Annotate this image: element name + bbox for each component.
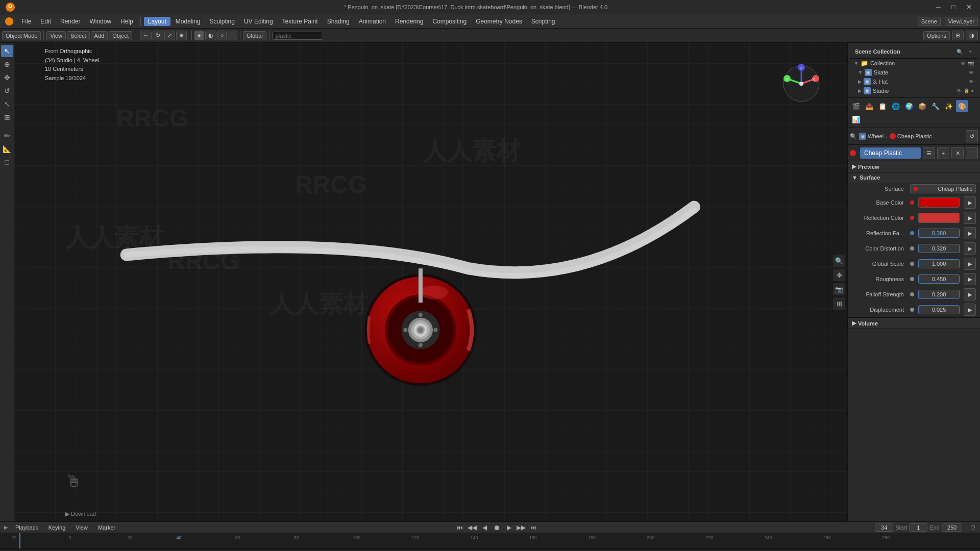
shading-toggle[interactable]: ◑ [966,31,978,40]
rotate-icon[interactable]: ↺ [1,85,13,97]
current-frame-input[interactable] [875,523,893,532]
camera-view-icon[interactable]: 📷 [833,283,845,295]
displacement-expand[interactable]: ▶ [964,304,976,316]
skate-eye-icon[interactable]: 👁 [969,70,974,76]
zoom-icon[interactable]: 🔍 [833,255,845,267]
view-menu-tl[interactable]: View [72,524,91,531]
move-icon[interactable]: ✥ [1,71,13,84]
add-menu[interactable]: Add [91,31,108,40]
minimize-button[interactable]: ─ [931,2,945,13]
output-props-icon[interactable]: 📤 [863,100,875,112]
global-scale-expand[interactable]: ▶ [964,258,976,270]
mode-rendering[interactable]: Rendering [391,17,427,26]
marker-menu[interactable]: Marker [95,524,118,531]
reflection-factor-value[interactable]: 0.380 [918,229,960,238]
scene-select[interactable]: Scene [918,17,941,26]
browse-material-btn[interactable]: ☰ [923,147,935,159]
object-menu[interactable]: Object [109,31,132,40]
rotate-tool[interactable]: ↻ [153,31,163,40]
world-props-icon[interactable]: 🌍 [903,100,915,112]
transform-icon[interactable]: ⊞ [1,111,13,123]
close-button[interactable]: ✕ [962,2,976,13]
skip-to-end-btn[interactable]: ⏭ [528,522,538,533]
collection-item-studio[interactable]: ▶ ▣ Studio 👁 🔒 ● [850,86,978,95]
mode-texture-paint[interactable]: Texture Paint [278,17,322,26]
particles-props-icon[interactable]: ✨ [943,100,955,112]
overlay-toggle[interactable]: ⊞ [952,31,964,40]
play-btn[interactable]: ⏺ [492,522,502,533]
scene-props-icon[interactable]: 🌐 [890,100,902,112]
hat-eye-icon[interactable]: 👁 [969,79,974,85]
scale-tool[interactable]: ⤢ [164,31,175,40]
studio-render-icon[interactable]: ● [971,88,974,93]
viewlayer-select[interactable]: ViewLayer [945,17,978,26]
navigation-gizmo[interactable]: X Y Z [781,63,822,104]
mode-shading[interactable]: Shading [323,17,354,26]
breadcrumb-wheel[interactable]: ▣ Wheel [859,133,884,140]
volume-section-header[interactable]: ▶ Volume [848,318,980,329]
menu-window[interactable]: Window [85,17,115,26]
material-name-button[interactable]: Cheap Plastic [860,147,921,159]
render-props-icon[interactable]: 🎬 [850,100,862,112]
delete-material-btn[interactable]: ✕ [951,147,964,159]
object-props-icon[interactable]: 📦 [916,100,928,112]
material-mode-btn[interactable]: ◐ [205,31,216,40]
reflection-factor-expand[interactable]: ▶ [964,227,976,239]
modifier-props-icon[interactable]: 🔧 [929,100,942,112]
solid-mode-btn[interactable]: ○ [217,31,227,40]
base-color-preview[interactable] [918,197,960,208]
cursor-icon[interactable]: ⊕ [1,58,13,70]
menu-edit[interactable]: Edit [36,17,55,26]
color-distortion-expand[interactable]: ▶ [964,242,976,255]
material-props-icon[interactable]: 🎨 [956,100,968,112]
reflection-color-preview[interactable] [918,213,960,223]
collection-add-icon[interactable]: + [966,47,975,56]
menu-render[interactable]: Render [56,17,84,26]
material-settings-btn[interactable]: ⋮ [966,147,978,159]
studio-extra-icon[interactable]: 🔒 [964,88,969,93]
surface-section-header[interactable]: ▼ Surface [848,172,980,183]
displacement-value[interactable]: 0.025 [918,305,960,314]
mode-compositing[interactable]: Compositing [428,17,471,26]
collection-eye-icon[interactable]: 👁 [961,61,966,66]
prev-keyframe-btn[interactable]: ◀◀ [467,522,477,533]
wireframe-mode-btn[interactable]: □ [228,31,237,40]
timeline-track[interactable]: -20 0 20 40 60 80 100 120 140 160 180 20… [0,533,980,548]
start-frame-input[interactable] [909,523,927,532]
frame-selected-icon[interactable]: ⊞ [833,297,845,310]
mode-layout[interactable]: Layout [144,17,170,26]
view-layer-props-icon[interactable]: 📋 [876,100,889,112]
render-mode-btn[interactable]: ● [194,31,204,40]
mode-scripting[interactable]: Scripting [527,17,559,26]
maximize-button[interactable]: □ [946,2,961,13]
preview-section-header[interactable]: ▶ Preview [848,161,980,172]
breadcrumb-material[interactable]: Cheap Plastic [890,133,932,139]
annotate-icon[interactable]: ✏ [1,130,13,142]
collection-item-skate[interactable]: ▼ ▣ Skate 👁 [850,68,978,77]
mode-animation[interactable]: Animation [355,17,390,26]
scale-icon[interactable]: ⤡ [1,98,13,110]
studio-eye-icon[interactable]: 👁 [957,88,962,94]
surface-value-btn[interactable]: Cheap Plastic [910,184,976,193]
new-material-btn[interactable]: + [937,147,949,159]
breadcrumb-action-btn[interactable]: ↺ [966,130,978,142]
collection-item-root[interactable]: ▼ 📁 Collection 👁 📷 [850,59,978,68]
prev-frame-btn[interactable]: ◀ [479,522,489,533]
keying-menu[interactable]: Keying [45,524,69,531]
base-color-expand[interactable]: ▶ [964,196,976,209]
next-frame-btn[interactable]: ▶ [504,522,514,533]
select-menu[interactable]: Select [67,31,90,40]
search-input[interactable] [272,32,323,40]
mode-modeling[interactable]: Modeling [172,17,205,26]
transform-tool[interactable]: ⊕ [176,31,187,40]
mode-sculpting[interactable]: Sculpting [206,17,239,26]
next-keyframe-btn[interactable]: ▶▶ [516,522,526,533]
roughness-expand[interactable]: ▶ [964,273,976,285]
skip-to-start-btn[interactable]: ⏮ [455,522,465,533]
measure-icon[interactable]: 📐 [1,143,13,155]
color-distortion-value[interactable]: 0.320 [918,244,960,253]
menu-help[interactable]: Help [116,17,137,26]
falloff-strength-expand[interactable]: ▶ [964,288,976,300]
add-obj-icon[interactable]: □ [1,156,13,168]
menu-file[interactable]: File [17,17,35,26]
